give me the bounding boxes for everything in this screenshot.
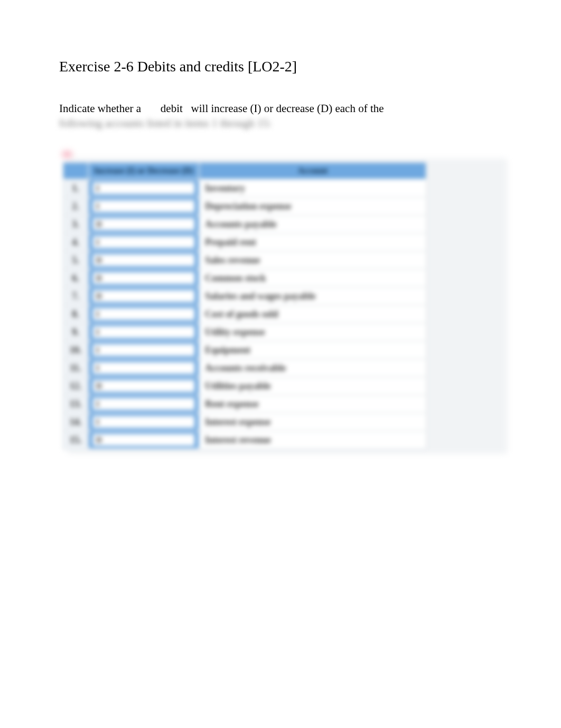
increase-decrease-value: D: [93, 434, 194, 446]
answer-table-section: Increase (I) or Decrease (D) Account 1.I…: [62, 151, 502, 449]
account-name-cell: Interest revenue: [199, 431, 426, 449]
row-number-cell: 4.: [63, 233, 88, 251]
red-marker-icon: [62, 151, 72, 158]
increase-decrease-cell: D: [88, 251, 199, 269]
table-row: 1.IInventory: [63, 179, 426, 197]
account-name-cell: Accounts receivable: [199, 359, 426, 377]
increase-decrease-cell: D: [88, 215, 199, 233]
row-number-cell: 14.: [63, 413, 88, 431]
row-number-cell: 12.: [63, 377, 88, 395]
row-number-cell: 10.: [63, 341, 88, 359]
increase-decrease-value: I: [93, 308, 194, 320]
table-header-account: Account: [199, 162, 426, 179]
answer-table-blurred-content: Increase (I) or Decrease (D) Account 1.I…: [62, 151, 502, 449]
increase-decrease-value: D: [93, 218, 194, 230]
account-name-cell: Interest expense: [199, 413, 426, 431]
table-row: 6.DCommon stock: [63, 269, 426, 287]
account-name-cell: Common stock: [199, 269, 426, 287]
row-number-cell: 15.: [63, 431, 88, 449]
increase-decrease-cell: I: [88, 341, 199, 359]
increase-decrease-cell: D: [88, 269, 199, 287]
increase-decrease-value: I: [93, 326, 194, 338]
account-name-cell: Utility expense: [199, 323, 426, 341]
instr-gap2: [183, 102, 191, 115]
account-name-cell: Inventory: [199, 179, 426, 197]
table-header-number: [63, 162, 88, 179]
row-number-cell: 13.: [63, 395, 88, 413]
increase-decrease-value: I: [93, 236, 194, 248]
row-number-cell: 3.: [63, 215, 88, 233]
increase-decrease-value: I: [93, 416, 194, 428]
account-name-cell: Salaries and wages payable: [199, 287, 426, 305]
increase-decrease-cell: D: [88, 431, 199, 449]
increase-decrease-cell: I: [88, 197, 199, 215]
increase-decrease-cell: I: [88, 305, 199, 323]
table-row: 11.IAccounts receivable: [63, 359, 426, 377]
increase-decrease-value: I: [93, 398, 194, 410]
row-number-cell: 8.: [63, 305, 88, 323]
table-header-increase-decrease: Increase (I) or Decrease (D): [88, 162, 199, 179]
increase-decrease-cell: I: [88, 233, 199, 251]
row-number-cell: 5.: [63, 251, 88, 269]
instructions-line-2-blurred: following accounts listed in items 1 thr…: [59, 116, 502, 130]
table-row: 10.IEquipment: [63, 341, 426, 359]
increase-decrease-value: I: [93, 182, 194, 194]
increase-decrease-cell: I: [88, 359, 199, 377]
increase-decrease-cell: D: [88, 287, 199, 305]
increase-decrease-value: I: [93, 200, 194, 212]
increase-decrease-value: D: [93, 290, 194, 302]
document-page: Exercise 2-6 Debits and credits [LO2-2] …: [0, 0, 561, 449]
exercise-instructions: Indicate whether a debit will increase (…: [59, 102, 502, 130]
table-row: 8.ICost of goods sold: [63, 305, 426, 323]
account-name-cell: Depreciation expense: [199, 197, 426, 215]
account-name-cell: Prepaid rent: [199, 233, 426, 251]
row-number-cell: 7.: [63, 287, 88, 305]
instructions-line-1: Indicate whether a debit will increase (…: [59, 102, 502, 115]
table-row: 2.IDepreciation expense: [63, 197, 426, 215]
table-header-row: Increase (I) or Decrease (D) Account: [63, 162, 426, 179]
increase-decrease-value: D: [93, 272, 194, 284]
exercise-title: Exercise 2-6 Debits and credits [LO2-2]: [59, 58, 502, 75]
increase-decrease-value: D: [93, 254, 194, 266]
table-row: 15.DInterest revenue: [63, 431, 426, 449]
row-number-cell: 9.: [63, 323, 88, 341]
increase-decrease-value: I: [93, 344, 194, 356]
table-row: 12.DUtilities payable: [63, 377, 426, 395]
table-row: 14.IInterest expense: [63, 413, 426, 431]
instr-part2: debit: [161, 102, 183, 115]
row-number-cell: 11.: [63, 359, 88, 377]
increase-decrease-cell: I: [88, 413, 199, 431]
table-row: 7.DSalaries and wages payable: [63, 287, 426, 305]
row-number-cell: 1.: [63, 179, 88, 197]
table-row: 3.DAccounts payable: [63, 215, 426, 233]
instr-part3: will increase (I) or decrease (D) each o…: [191, 102, 384, 115]
increase-decrease-cell: I: [88, 179, 199, 197]
table-row: 4.IPrepaid rent: [63, 233, 426, 251]
account-name-cell: Cost of goods sold: [199, 305, 426, 323]
increase-decrease-cell: I: [88, 323, 199, 341]
account-name-cell: Sales revenue: [199, 251, 426, 269]
table-row: 13.IRent expense: [63, 395, 426, 413]
instr-part1: Indicate whether a: [59, 102, 144, 115]
table-row: 9.IUtility expense: [63, 323, 426, 341]
account-name-cell: Accounts payable: [199, 215, 426, 233]
increase-decrease-value: I: [93, 362, 194, 374]
account-name-cell: Rent expense: [199, 395, 426, 413]
increase-decrease-cell: D: [88, 377, 199, 395]
row-number-cell: 6.: [63, 269, 88, 287]
account-name-cell: Utilities payable: [199, 377, 426, 395]
instr-gap1: [144, 102, 161, 115]
table-row: 5.DSales revenue: [63, 251, 426, 269]
row-number-cell: 2.: [63, 197, 88, 215]
answer-table: Increase (I) or Decrease (D) Account 1.I…: [62, 162, 427, 449]
increase-decrease-value: D: [93, 380, 194, 392]
account-name-cell: Equipment: [199, 341, 426, 359]
increase-decrease-cell: I: [88, 395, 199, 413]
